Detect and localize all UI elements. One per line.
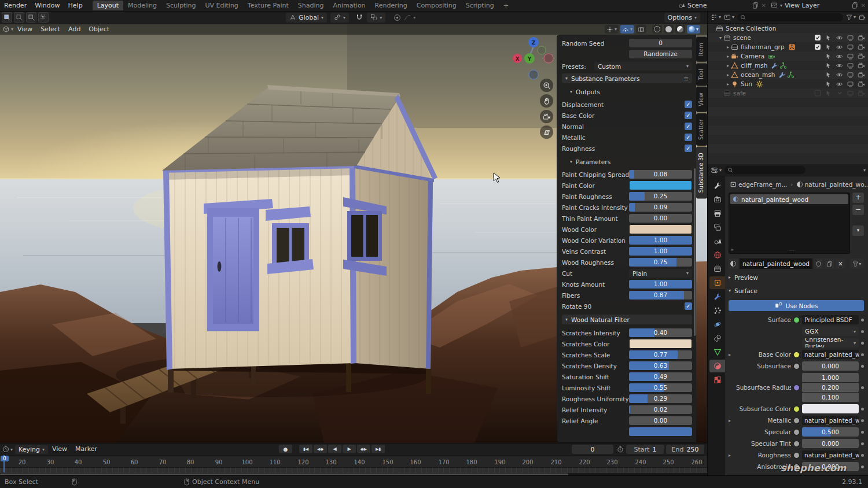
outliner-row[interactable]: ▸ fisherman_grp [708,42,868,51]
outliner-toggle-pointer[interactable] [823,62,834,69]
select-mode-extend-icon[interactable] [14,12,24,23]
select-mode-subtract-icon[interactable] [26,12,36,23]
options-dropdown[interactable]: Options ▾ [664,13,700,23]
axis-neg-z-handle[interactable] [529,70,538,79]
shading-solid-button[interactable] [664,25,674,34]
outliner-row[interactable]: ▸ cliff_msh [708,61,868,70]
workspace-tab-animation[interactable]: Animation [329,1,370,10]
workspace-tab-shading[interactable]: Shading [293,1,329,10]
outliner-search-input[interactable] [737,13,843,21]
outliner-toggle-check[interactable] [812,43,823,51]
outliner-toggle-screen[interactable] [845,71,856,79]
outliner-toggle-camera[interactable] [856,53,867,60]
outliner-toggle-pointer[interactable] [823,90,834,97]
outliner-toggle-screen[interactable] [845,43,856,51]
outliner-toggle-check[interactable] [812,34,823,42]
playback-next-key-button[interactable]: ◆▶ [357,445,370,453]
properties-tab-constraints[interactable] [709,332,725,345]
outliner-toggle-eye[interactable] [834,80,845,88]
shading-rendered-button[interactable]: ▾ [687,25,700,34]
material-name-field[interactable]: natural_painted_wood [740,258,812,269]
select-mode-invert-icon[interactable] [38,12,49,23]
xray-toggle[interactable] [636,25,646,34]
panel-menu-icon[interactable]: ≡ [683,75,689,82]
slider-scratches-scale[interactable]: 0.77 [629,350,692,359]
slider-relief-intensity[interactable]: 0.02 [629,405,692,414]
outliner-toggle-eye[interactable] [834,34,845,42]
animate-dot[interactable] [861,419,864,422]
playhead-frame-tag[interactable]: 0 [1,456,9,461]
timeline-tracks[interactable] [0,467,707,473]
outliner-toggle-eye[interactable] [834,43,845,51]
vector-value[interactable]: 0.100 [802,393,859,402]
slider-paint-roughness[interactable]: 0.25 [629,192,692,201]
workspace-tab-sculpting[interactable]: Sculpting [161,1,200,10]
sidebar-tab-item[interactable]: Item [696,37,707,62]
slider-fibers[interactable]: 0.87 [629,291,692,300]
properties-tab-particles[interactable] [709,304,725,317]
slider-specular-tint[interactable]: 0.000 [802,439,859,448]
animate-dot[interactable] [861,342,864,345]
shading-material-button[interactable] [675,25,685,34]
outliner-toggle-camera[interactable] [856,62,867,69]
outliner-toggle-camera[interactable] [856,43,867,51]
zoom-button[interactable] [540,79,553,92]
surface-section-header[interactable]: ▾Surface [729,286,864,295]
sidebar-tab-substance-3d[interactable]: Substance 3D [696,147,707,199]
current-frame-field[interactable]: 0 [572,445,613,454]
topbar-menu-window[interactable]: Window [31,1,64,11]
outliner-toggle-pointer[interactable] [823,80,834,88]
expander[interactable]: ▸ [725,82,731,87]
use-nodes-button[interactable]: Use Nodes [729,300,864,311]
animate-dot[interactable] [861,408,864,411]
substance-parameters-header[interactable]: ▾Substance Parameters ≡ [562,73,692,83]
field-roughness[interactable]: natural_painted_wood_4 [802,450,859,460]
color-swatch-scratches-color[interactable] [629,339,692,349]
properties-tab-object[interactable] [709,276,725,289]
timeline-editor-type-dropdown[interactable]: ▾ [2,446,13,453]
slider-param[interactable] [629,427,692,436]
slider-roughness-uniformity[interactable]: 0.29 [629,394,692,403]
playback-record-button[interactable]: ● [279,445,292,453]
slot-specials-dropdown[interactable]: ▾ [852,225,864,236]
outliner-toggle-screen[interactable] [845,80,856,88]
topbar-menu-render[interactable]: Render [0,1,31,11]
topbar-menu-help[interactable]: Help [64,1,87,11]
workspace-tab-rendering[interactable]: Rendering [370,1,412,10]
unlink-material-button[interactable]: ✕ [836,258,845,269]
fake-user-shield-button[interactable] [814,258,823,269]
outliner-toggle-pointer[interactable] [823,53,834,60]
viewport-menu-view[interactable]: View [13,24,36,35]
snap-settings-dropdown[interactable]: ▾ [367,13,385,23]
random-seed-field[interactable]: 0 [629,39,692,47]
shading-wireframe-button[interactable] [652,25,662,34]
sidebar-tab-scatter[interactable]: Scatter [696,113,707,146]
outliner-filter-dropdown[interactable]: ▾ [846,14,856,20]
viewport-menu-object[interactable]: Object [84,24,113,35]
workspace-tab-modeling[interactable]: Modeling [123,1,161,10]
viewport-menu-select[interactable]: Select [36,24,64,35]
select-mode-new-icon[interactable] [2,12,12,23]
delete-scene-icon[interactable]: ✕ [762,2,766,9]
workspace-tab-scripting[interactable]: Scripting [461,1,499,10]
slider-paint-cracks-intensity[interactable]: 0.09 [629,203,692,212]
checkbox-rotate-90[interactable]: ✓ [685,302,692,310]
breadcrumb-item[interactable]: edgeFrame_m... [729,181,788,188]
checkbox-roughness[interactable]: ✓ [685,145,692,152]
playback-prev-button[interactable]: ◀ [328,445,341,453]
keying-dropdown[interactable]: Keying▾ [15,445,48,454]
outliner-toggle-eye[interactable] [834,71,845,79]
field-metallic[interactable]: natural_painted_wood_4 [802,416,859,425]
animate-dot[interactable] [861,442,864,445]
remove-slot-button[interactable]: − [852,205,864,215]
playback-jump-start-button[interactable]: ▮◀ [299,445,312,453]
properties-tab-modifiers[interactable] [709,290,725,303]
timeline-ruler[interactable]: 2030405060708090100110120130140150160170… [0,455,707,467]
outliner-row[interactable]: safe [708,88,868,98]
expander[interactable]: ▸ [725,72,731,77]
viewport-menu-add[interactable]: Add [64,24,84,35]
new-scene-icon[interactable] [752,2,759,9]
material-filter-dropdown[interactable]: ▾ [850,258,864,269]
expander[interactable]: ▸ [725,45,731,50]
animate-dot[interactable] [861,454,864,457]
